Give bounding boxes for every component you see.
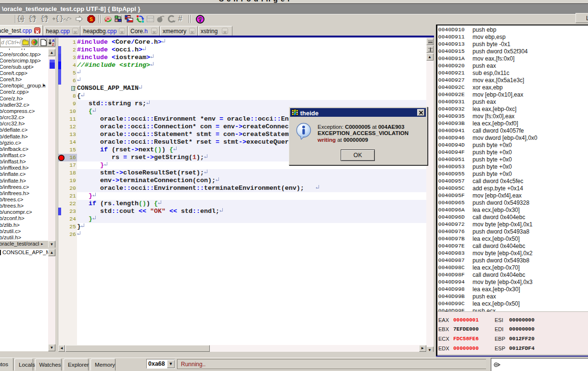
svg-text:S: S	[89, 17, 93, 22]
svg-text:?: ?	[198, 16, 202, 23]
svg-text:Z: Z	[52, 42, 54, 47]
